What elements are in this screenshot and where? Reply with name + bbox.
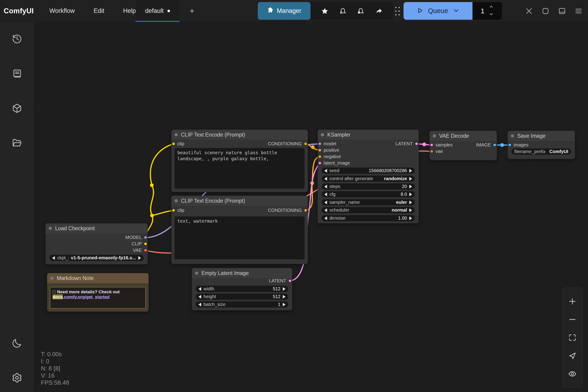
collapse-dot-icon[interactable] [433, 134, 436, 138]
batch-count-stepper[interactable] [489, 4, 494, 18]
star-icon[interactable] [321, 7, 329, 15]
prompt-textarea[interactable]: text, watermark [175, 216, 305, 259]
widget-left-arrow-icon[interactable] [198, 287, 201, 291]
batch-count-value[interactable]: 1 [481, 7, 485, 15]
widget-left-arrow-icon[interactable] [324, 169, 327, 172]
hamburger-menu-icon[interactable] [574, 7, 583, 16]
graph-canvas[interactable] [34, 22, 588, 392]
input-port-negative[interactable] [318, 155, 322, 158]
widget-right-arrow-icon[interactable] [409, 200, 412, 204]
sidebar-workflows-folder-icon[interactable] [11, 136, 24, 150]
zoom-out-minus-icon[interactable] [568, 315, 577, 324]
output-port-LATENT[interactable] [415, 142, 418, 146]
node-header[interactable]: Empty Latent Image [192, 268, 292, 278]
menu-item-edit[interactable]: Edit [91, 6, 107, 16]
sidebar-history-icon[interactable] [11, 32, 24, 45]
queue-button[interactable]: Queue [404, 2, 472, 20]
node-header[interactable]: Markdown Note [47, 273, 149, 283]
prompt-textarea[interactable]: beautiful scenery nature glass bottle la… [175, 148, 305, 189]
widget-width[interactable]: width512 [196, 286, 288, 292]
collapse-dot-icon[interactable] [49, 227, 52, 230]
docs-link[interactable]: docs.comfy.org/get_started [53, 294, 110, 299]
collapse-dot-icon[interactable] [321, 133, 324, 136]
widget-left-arrow-icon[interactable] [324, 216, 327, 220]
widget-left-arrow-icon[interactable] [324, 177, 327, 180]
sidebar-node-library-cube-icon[interactable] [11, 102, 24, 115]
zoom-in-plus-icon[interactable] [568, 297, 577, 306]
pan-pointer-icon[interactable] [568, 351, 577, 360]
node-header[interactable]: Save Image [508, 131, 575, 141]
output-port-CLIP[interactable] [144, 242, 147, 246]
node-header[interactable]: Load Checkpoint [46, 223, 148, 234]
menu-item-workflow[interactable]: Workflow [47, 6, 77, 16]
widget-left-arrow-icon[interactable] [198, 295, 201, 298]
batch-decrement-caret-down-icon[interactable] [489, 12, 494, 18]
widget-left-arrow-icon[interactable] [52, 256, 55, 260]
close-x-icon[interactable] [525, 7, 533, 16]
input-port-images[interactable] [508, 143, 511, 147]
widget-sampler_name[interactable]: sampler_nameeuler [322, 199, 415, 206]
widget-steps[interactable]: steps20 [322, 184, 415, 190]
workflow-tab-default[interactable]: default [135, 0, 180, 22]
widget-right-arrow-icon[interactable] [409, 192, 412, 196]
widget-right-arrow-icon[interactable] [283, 295, 285, 298]
widget-right-arrow-icon[interactable] [409, 185, 412, 188]
vacuum-filled-icon[interactable] [357, 7, 365, 15]
widget-height[interactable]: height512 [196, 294, 288, 300]
widget-seed[interactable]: seed156680208700286 [322, 168, 415, 174]
batch-increment-caret-up-icon[interactable] [489, 4, 494, 10]
node-header[interactable]: VAE Decode [430, 131, 497, 141]
widget-left-arrow-icon[interactable] [198, 303, 201, 306]
output-port-MODEL[interactable] [144, 236, 147, 239]
widget-ckpt_name[interactable]: ckpt_namev1-5-pruned-emaonly-fp16.s... [49, 255, 144, 261]
fit-view-icon[interactable] [568, 333, 577, 342]
sidebar-theme-moon-icon[interactable] [11, 337, 24, 350]
widget-scheduler[interactable]: schedulernormal [322, 207, 415, 213]
widget-right-arrow-icon[interactable] [409, 216, 412, 220]
widget-right-arrow-icon[interactable] [138, 256, 141, 260]
vacuum-outline-icon[interactable] [339, 7, 347, 15]
share-forward-icon[interactable] [375, 7, 383, 15]
collapse-dot-icon[interactable] [195, 272, 198, 275]
output-port-CONDITIONING[interactable] [304, 142, 307, 146]
manager-button[interactable]: Manager [258, 2, 311, 20]
widget-right-arrow-icon[interactable] [409, 177, 412, 180]
widget-right-arrow-icon[interactable] [409, 169, 412, 172]
collapse-dot-icon[interactable] [511, 134, 514, 138]
widget-left-arrow-icon[interactable] [324, 208, 327, 212]
collapse-dot-icon[interactable] [175, 133, 178, 136]
widget-left-arrow-icon[interactable] [324, 200, 327, 204]
output-port-CONDITIONING[interactable] [304, 208, 307, 212]
widget-cfg[interactable]: cfg8.0 [322, 191, 415, 198]
drag-handle[interactable] [394, 6, 401, 16]
maximize-square-icon[interactable] [541, 7, 550, 16]
output-port-VAE[interactable] [144, 248, 147, 252]
input-port-samples[interactable] [430, 143, 433, 147]
widget-right-arrow-icon[interactable] [283, 303, 285, 306]
input-port-model[interactable] [318, 142, 322, 146]
widget-filename_prefix[interactable]: filename_prefixComfyUI [511, 148, 571, 155]
chevron-down-icon[interactable] [453, 7, 460, 15]
input-port-vae[interactable] [430, 150, 433, 153]
output-port-IMAGE[interactable] [493, 143, 496, 147]
widget-left-arrow-icon[interactable] [324, 185, 327, 188]
collapse-dot-icon[interactable] [175, 199, 178, 202]
toggle-visibility-eye-icon[interactable] [568, 369, 577, 378]
widget-right-arrow-icon[interactable] [409, 208, 412, 212]
sidebar-queue-book-icon[interactable] [11, 68, 24, 80]
node-header[interactable]: CLIP Text Encode (Prompt) [171, 196, 308, 206]
collapse-dot-icon[interactable] [50, 276, 54, 280]
panel-bottom-icon[interactable] [558, 7, 566, 16]
output-port-LATENT[interactable] [288, 279, 292, 282]
widget-denoise[interactable]: denoise1.00 [322, 215, 415, 221]
input-port-clip[interactable] [172, 142, 175, 146]
new-workflow-tab-button[interactable]: + [185, 0, 199, 22]
input-port-clip[interactable] [172, 208, 175, 212]
node-header[interactable]: KSampler [318, 130, 419, 140]
widget-left-arrow-icon[interactable] [324, 192, 327, 196]
node-header[interactable]: CLIP Text Encode (Prompt) [171, 130, 308, 140]
widget-right-arrow-icon[interactable] [283, 287, 285, 291]
input-port-latent_image[interactable] [318, 161, 322, 165]
widget-control-after-generate[interactable]: control after generaterandomize [322, 176, 415, 182]
sidebar-settings-gear-icon[interactable] [11, 371, 24, 384]
